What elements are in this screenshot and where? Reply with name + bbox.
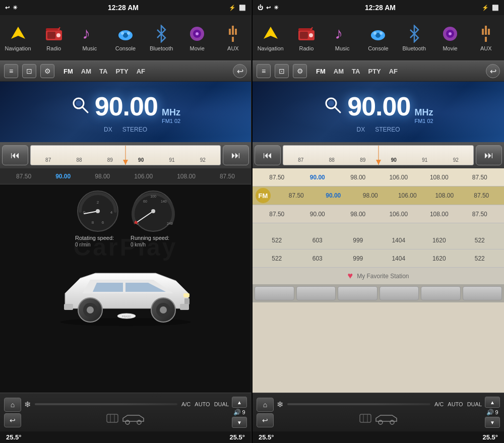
preset-6-left[interactable]: 87.50	[220, 173, 235, 180]
home-button-left[interactable]: ⌂	[4, 398, 21, 412]
radio-back-btn-right[interactable]: ↩	[486, 64, 500, 78]
preset-5-left[interactable]: 108.00	[177, 173, 196, 180]
bottom-preset-btn-3[interactable]	[338, 286, 377, 300]
am-cell-2-4[interactable]: 1404	[385, 255, 412, 262]
nav-console-right[interactable]: Console	[363, 24, 393, 51]
radio-back-btn-left[interactable]: ↩	[233, 64, 247, 78]
vol-up-right[interactable]: ▲	[485, 397, 500, 408]
am-cell-1-2[interactable]: 603	[303, 237, 331, 244]
mode-fm-left[interactable]: FM	[61, 67, 75, 76]
mode-pty-right[interactable]: PTY	[366, 67, 383, 76]
back-button-right[interactable]: ↩	[257, 413, 274, 427]
preset-cell-fm-4[interactable]: 106.00	[394, 192, 421, 199]
nav-navigation-right[interactable]: Navigation	[256, 24, 286, 51]
mode-fm-right[interactable]: FM	[314, 67, 328, 76]
preset-cell-3-6[interactable]: 87.50	[466, 211, 493, 218]
am-cell-2-2[interactable]: 603	[303, 255, 331, 262]
tuner-prev-left[interactable]: ⏮	[2, 145, 28, 165]
fan-slider-left[interactable]	[35, 403, 177, 405]
freq-search-icon-right	[323, 95, 343, 119]
svg-marker-0	[11, 27, 25, 39]
nav-aux-left[interactable]: AUX	[218, 24, 248, 51]
nav-movie-right[interactable]: Movie	[435, 24, 465, 51]
preset-cell-3-2[interactable]: 90.00	[303, 211, 331, 218]
bottom-preset-btn-5[interactable]	[421, 286, 461, 300]
am-cell-1-3[interactable]: 999	[344, 237, 372, 244]
preset-cell-1-5[interactable]: 108.00	[425, 174, 453, 181]
am-cell-1-1[interactable]: 522	[263, 237, 291, 244]
preset-4-left[interactable]: 106.00	[134, 173, 153, 180]
settings-icon-right[interactable]: ⚙	[293, 64, 307, 78]
vol-down-left[interactable]: ▼	[232, 417, 247, 428]
settings-icon-left[interactable]: ⚙	[40, 64, 54, 78]
mode-ta-right[interactable]: TA	[350, 67, 362, 76]
nav-bluetooth-right[interactable]: Bluetooth	[399, 24, 429, 51]
nav-movie-left[interactable]: Movie	[182, 24, 212, 51]
mode-am-right[interactable]: AM	[332, 67, 346, 76]
bottom-preset-btn-6[interactable]	[463, 286, 502, 300]
preset-cell-fm-5[interactable]: 108.00	[430, 192, 458, 199]
dual-label-left[interactable]: DUAL	[214, 401, 229, 407]
nav-radio-right[interactable]: Radio	[291, 24, 322, 51]
nav-radio-left[interactable]: Radio	[39, 24, 69, 51]
am-cell-2-1[interactable]: 522	[263, 255, 291, 262]
vol-down-right[interactable]: ▼	[485, 417, 500, 428]
preset-cell-1-1[interactable]: 87.50	[263, 174, 291, 181]
mode-ta-left[interactable]: TA	[97, 67, 109, 76]
am-cell-1-6[interactable]: 522	[466, 237, 493, 244]
dual-label-right[interactable]: DUAL	[467, 401, 482, 407]
fan-slider-right[interactable]	[287, 403, 430, 405]
nav-bluetooth-left[interactable]: Bluetooth	[146, 24, 176, 51]
tuner-next-right[interactable]: ⏭	[476, 145, 502, 165]
preset-cell-fm-3[interactable]: 98.00	[356, 192, 384, 199]
preset-2-left[interactable]: 90.00	[55, 173, 71, 180]
preset-3-left[interactable]: 98.00	[95, 173, 110, 180]
auto-label-left[interactable]: AUTO	[195, 401, 210, 407]
preset-cell-1-6[interactable]: 87.50	[466, 174, 493, 181]
nav-aux-right[interactable]: AUX	[471, 24, 501, 51]
mode-af-right[interactable]: AF	[387, 67, 400, 76]
back-button-left[interactable]: ↩	[4, 413, 21, 427]
am-cell-1-5[interactable]: 1620	[425, 237, 453, 244]
tuner-scale-right[interactable]: 87 88 89 90 91 92	[283, 145, 474, 165]
vol-up-left[interactable]: ▲	[232, 397, 247, 408]
scan-icon-right[interactable]: ⊡	[275, 64, 289, 78]
preset-cell-3-5[interactable]: 108.00	[425, 211, 453, 218]
home-button-right[interactable]: ⌂	[257, 398, 274, 412]
tuner-scale-left[interactable]: 87 88 89 90 91 92	[30, 145, 221, 165]
nav-music-left[interactable]: ♪ Music	[75, 24, 105, 51]
preset-cell-3-4[interactable]: 106.00	[385, 211, 412, 218]
nav-console-left[interactable]: Console	[110, 24, 141, 51]
tuner-next-left[interactable]: ⏭	[223, 145, 249, 165]
scan-icon-left[interactable]: ⊡	[22, 64, 36, 78]
mode-af-left[interactable]: AF	[135, 67, 147, 76]
bottom-preset-btn-1[interactable]	[255, 286, 294, 300]
preset-cell-fm-1[interactable]: 87.50	[282, 192, 310, 199]
preset-1-left[interactable]: 87.50	[16, 173, 31, 180]
nav-music-right[interactable]: ♪ Music	[327, 24, 357, 51]
bottom-preset-btn-4[interactable]	[380, 286, 419, 300]
mode-am-left[interactable]: AM	[79, 67, 93, 76]
preset-cell-3-3[interactable]: 98.00	[344, 211, 372, 218]
nav-navigation-left[interactable]: Navigation	[3, 24, 33, 51]
preset-cell-1-3[interactable]: 98.00	[344, 174, 372, 181]
tuner-prev-right[interactable]: ⏮	[255, 145, 281, 165]
equalizer-icon-right[interactable]: ≡	[257, 64, 271, 78]
bottom-preset-btn-2[interactable]	[296, 286, 336, 300]
status-bar-right: ⏻ ↩ ☀ 12:28 AM ⚡ ⬜	[253, 0, 504, 15]
preset-cell-fm-2[interactable]: 90.00	[320, 192, 347, 199]
am-cell-2-3[interactable]: 999	[344, 255, 372, 262]
mode-pty-left[interactable]: PTY	[113, 67, 130, 76]
am-cell-1-4[interactable]: 1404	[385, 237, 412, 244]
ac-label-right[interactable]: A/C	[434, 401, 444, 407]
preset-cell-fm-6[interactable]: 87.50	[468, 192, 495, 199]
am-cell-2-5[interactable]: 1620	[425, 255, 453, 262]
nav-radio-label-right: Radio	[299, 45, 314, 51]
equalizer-icon-left[interactable]: ≡	[4, 64, 18, 78]
auto-label-right[interactable]: AUTO	[448, 401, 463, 407]
preset-cell-1-2[interactable]: 90.00	[303, 174, 331, 181]
ac-label-left[interactable]: A/C	[181, 401, 191, 407]
preset-cell-3-1[interactable]: 87.50	[263, 211, 291, 218]
am-cell-2-6[interactable]: 522	[466, 255, 493, 262]
preset-cell-1-4[interactable]: 106.00	[385, 174, 412, 181]
